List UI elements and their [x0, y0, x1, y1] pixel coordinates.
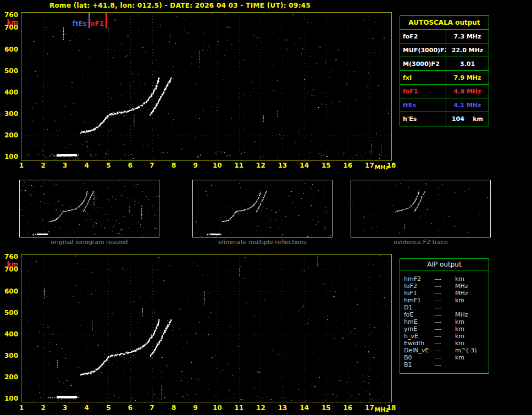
aip-ionogram-plot	[21, 254, 392, 402]
y-tick-100: 100	[0, 153, 18, 161]
y-tick-500: 500	[0, 67, 18, 75]
aip-param-value: ---	[435, 361, 455, 368]
y-tick-600: 600	[0, 287, 18, 295]
caption-eliminate-reflections: eliminate multiple reflections	[192, 239, 332, 246]
autoscala-row-foF1: foF14.9 MHz	[400, 85, 489, 98]
x-axis-unit-mhz: MHz	[374, 164, 389, 171]
x-tick-13: 13	[278, 162, 287, 169]
aip-table-title: AIP output	[400, 259, 489, 270]
autoscala-param-value: 7.9 MHz	[446, 71, 489, 84]
x-tick-6: 6	[128, 162, 132, 169]
autoscala-table-rows: foF27.3 MHzMUF(3000)F222.0 MHzM(3000)F23…	[400, 30, 489, 126]
x-tick-15: 15	[322, 162, 331, 169]
x-tick-12: 12	[256, 162, 265, 169]
aip-param-unit: MHz	[455, 290, 489, 297]
x-tick-2: 2	[41, 162, 45, 169]
x-tick-3: 3	[63, 404, 67, 412]
autoscala-row-M(3000)F2: M(3000)F23.01	[400, 57, 489, 71]
aip-row-B0: B0---km	[400, 354, 489, 361]
x-tick-2: 2	[41, 404, 45, 412]
y-tick-760: 760	[0, 11, 18, 19]
aip-param-value: ---	[435, 333, 455, 340]
aip-row-hmF1: hmF1---km	[400, 297, 489, 304]
x-tick-1: 1	[19, 404, 24, 412]
aip-param-name: h_vE	[400, 333, 435, 340]
x-tick-10: 10	[213, 404, 222, 412]
foF1-marker-label: foF1	[86, 20, 104, 27]
aip-param-name: hmF2	[400, 275, 435, 283]
x-tick-16: 16	[343, 404, 352, 412]
y-tick-300: 300	[0, 352, 18, 359]
x-tick-16: 16	[343, 162, 352, 169]
autoscala-param-value: 4.1 MHz	[446, 98, 489, 112]
autoscala-param-label: fxI	[400, 71, 446, 84]
aip-param-unit: m^(-3)	[455, 347, 489, 354]
aip-param-name: hmF1	[400, 297, 435, 304]
y-axis-unit-km: km	[0, 19, 18, 26]
x-tick-4: 4	[85, 162, 89, 169]
y-tick-600: 600	[0, 46, 18, 53]
x-tick-9: 9	[193, 162, 198, 169]
x-tick-7: 7	[149, 404, 154, 412]
aip-table-rows: hmF2---kmfoF2---MHzfoF1---MHzhmF1---kmD1…	[400, 270, 489, 368]
autoscala-param-label: ftEs	[400, 98, 446, 112]
x-tick-11: 11	[235, 162, 244, 169]
aip-row-D1: D1---	[400, 304, 489, 311]
aip-row-foF2: foF2---MHz	[400, 283, 489, 290]
aip-param-unit: km	[455, 340, 489, 347]
aip-param-unit: km	[455, 333, 489, 340]
autoscala-param-value: 4.9 MHz	[446, 85, 489, 98]
autoscala-row-h'Es: h'Es104 km	[400, 112, 489, 126]
aip-param-value: ---	[435, 347, 455, 354]
y-tick-100: 100	[0, 395, 18, 402]
thumbnail-f2-canvas	[351, 180, 490, 237]
x-tick-4: 4	[85, 404, 89, 412]
aip-param-unit: km	[455, 275, 489, 283]
y-tick-200: 200	[0, 373, 18, 381]
scaled-ionogram-plot	[21, 12, 392, 161]
thumbnail-eliminate-canvas	[193, 180, 332, 237]
aip-ionogram-canvas	[21, 254, 391, 402]
aip-param-unit	[455, 304, 489, 311]
aip-output-table: AIP output hmF2---kmfoF2---MHzfoF1---MHz…	[400, 258, 489, 374]
x-tick-17: 17	[365, 404, 374, 412]
aip-row-DelN_vE: DelN_vE---m^(-3)	[400, 347, 489, 354]
aip-param-value: ---	[435, 354, 455, 361]
aip-param-value: ---	[435, 304, 455, 311]
thumbnail-eliminate-reflections	[192, 180, 332, 237]
aip-param-unit	[455, 361, 489, 368]
x-tick-9: 9	[193, 404, 198, 412]
aip-row-foE: foE---MHz	[400, 311, 489, 318]
aip-param-value: ---	[435, 283, 455, 290]
autoscala-param-value: 3.01	[446, 57, 489, 70]
x-axis-unit-mhz: MHz	[374, 406, 389, 413]
autoscala-param-label: M(3000)F2	[400, 57, 446, 70]
aip-param-name: D1	[400, 304, 435, 311]
aip-param-name: foE	[400, 311, 435, 318]
thumbnail-original-canvas	[20, 180, 159, 237]
caption-evidence-f2: evidence F2 trace	[351, 239, 491, 246]
x-tick-5: 5	[106, 404, 110, 412]
x-tick-7: 7	[149, 162, 154, 169]
autoscala-output-table: AUTOSCALA output foF27.3 MHzMUF(3000)F22…	[400, 15, 489, 126]
aip-param-unit: MHz	[455, 311, 489, 318]
aip-row-h_vE: h_vE---km	[400, 333, 489, 340]
x-tick-14: 14	[300, 162, 309, 169]
aip-row-hmE: hmE---km	[400, 318, 489, 325]
y-axis-unit-km: km	[0, 261, 18, 268]
aip-row-foF1: foF1---MHz	[400, 290, 489, 297]
aip-param-name: DelN_vE	[400, 347, 435, 354]
autoscala-row-ftEs: ftEs4.1 MHz	[400, 98, 489, 112]
aip-param-name: ymE	[400, 325, 435, 333]
aip-row-B1: B1---	[400, 361, 489, 368]
aip-param-value: ---	[435, 297, 455, 304]
autoscala-param-label: h'Es	[400, 112, 446, 126]
aip-param-name: B0	[400, 354, 435, 361]
autoscala-row-foF2: foF27.3 MHz	[400, 30, 489, 43]
y-tick-300: 300	[0, 110, 18, 118]
aip-param-value: ---	[435, 311, 455, 318]
foF1-marker-line	[106, 13, 107, 28]
aip-param-value: ---	[435, 340, 455, 347]
x-tick-14: 14	[300, 404, 309, 412]
aip-param-unit: km	[455, 325, 489, 333]
